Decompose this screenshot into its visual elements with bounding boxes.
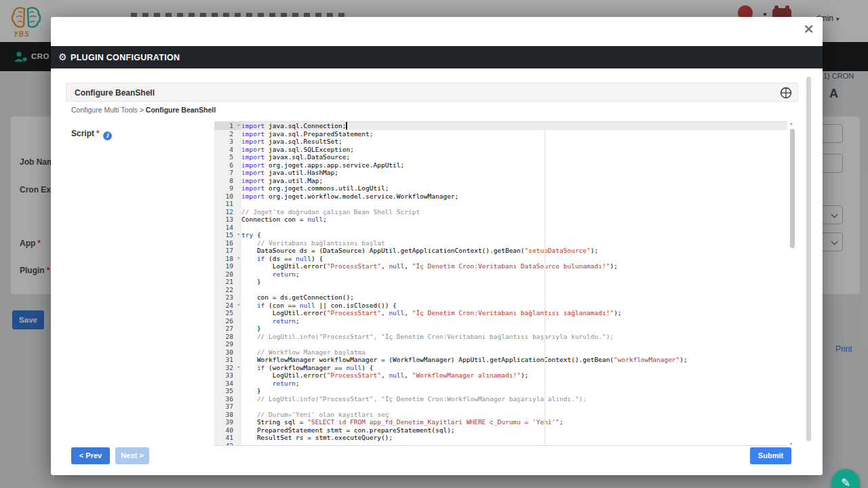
code-line: import java.sql.ResultSet;: [241, 138, 787, 146]
next-button[interactable]: Next >: [115, 447, 149, 464]
code-fold-icon[interactable]: ▾: [237, 302, 240, 310]
code-line: return;: [241, 270, 787, 279]
code-line: return;: [241, 317, 787, 325]
gutter-line-number[interactable]: 29: [214, 340, 241, 348]
script-field-label: Script*i: [71, 129, 112, 140]
gutter-line-number[interactable]: 7: [214, 169, 241, 177]
gutter-line-number[interactable]: 28: [214, 333, 241, 341]
code-line: LogUtil.error("ProcessStart", null, "Wor…: [241, 371, 787, 380]
close-icon[interactable]: ×: [803, 20, 814, 37]
globe-icon[interactable]: [780, 87, 792, 102]
gutter-line-number[interactable]: 16: [214, 239, 241, 247]
gutter-line-number[interactable]: 36: [214, 395, 241, 403]
gear-icon: ⚙: [58, 52, 67, 62]
code-line: [241, 200, 787, 208]
breadcrumb-separator: >: [138, 106, 146, 114]
info-icon[interactable]: i: [103, 131, 112, 140]
screen: YBS dmin▾ CRO Job NameCron ExpressionApp…: [0, 0, 868, 488]
code-line: PreparedStatement stmt = con.prepareStat…: [241, 426, 787, 434]
gutter-line-number[interactable]: 33: [214, 371, 241, 380]
prev-button[interactable]: < Prev: [71, 447, 110, 464]
gutter-line-number[interactable]: 32▾: [214, 364, 241, 372]
code-line: // LogUtil.info("ProcessStart", "İç Dene…: [241, 395, 787, 403]
gutter-line-number[interactable]: 21: [214, 278, 241, 286]
gutter-line-number[interactable]: 5: [214, 153, 241, 161]
code-line: import java.sql.SQLException;: [241, 146, 787, 154]
code-line: LogUtil.error("ProcessStart", null, "İç …: [241, 309, 787, 317]
section-header: Configure BeanShell: [66, 83, 798, 102]
code-line: ResultSet rs = stmt.executeQuery();: [241, 434, 787, 442]
gutter-line-number[interactable]: 2: [214, 130, 241, 138]
gutter-line-number[interactable]: 27: [214, 325, 241, 333]
code-line: }: [241, 325, 787, 333]
code-line: // LogUtil.info("ProcessStart", "İç Dene…: [241, 333, 787, 341]
code-line: [241, 403, 787, 411]
gutter-line-number[interactable]: 19: [214, 262, 241, 270]
gutter-line-number[interactable]: 18▾: [214, 255, 241, 263]
gutter-line-number[interactable]: 17: [214, 247, 241, 255]
gutter-line-number[interactable]: 31: [214, 356, 241, 364]
modal-scrollbar[interactable]: [806, 77, 811, 441]
code-line: import org.joget.workflow.model.service.…: [241, 192, 787, 201]
scroll-up-icon[interactable]: ▴: [790, 121, 793, 126]
code-line: return;: [241, 380, 787, 388]
gutter-line-number[interactable]: 25: [214, 309, 241, 317]
code-line: }: [241, 278, 787, 286]
gutter-line-number[interactable]: 23: [214, 293, 241, 302]
gutter-line-number[interactable]: 12: [214, 208, 241, 216]
gutter-line-number[interactable]: 10: [214, 192, 241, 201]
gutter-line-number[interactable]: 35: [214, 387, 241, 395]
code-line: con = ds.getConnection();: [241, 293, 787, 302]
code-line: [241, 340, 787, 348]
gutter-line-number[interactable]: 38: [214, 411, 241, 419]
editor-scrollbar[interactable]: ▴ ▾: [789, 121, 796, 447]
gutter-line-number[interactable]: 34: [214, 380, 241, 388]
code-line: // Joget'te doğrudan çalışan Bean Shell …: [241, 208, 787, 216]
code-line: // Veritabanı bağlantısını başlat: [241, 239, 787, 247]
gutter-line-number[interactable]: 14: [214, 224, 241, 232]
script-code-editor[interactable]: import java.sql.Connection;import java.s…: [214, 121, 787, 446]
code-fold-icon[interactable]: ▾: [237, 231, 240, 239]
breadcrumb-current: Configure BeanShell: [146, 106, 216, 114]
code-line: [241, 224, 787, 232]
code-line: if (con == null || con.isClosed()) {: [241, 302, 787, 310]
gutter-line-number[interactable]: 24▾: [214, 302, 241, 310]
gutter-line-number[interactable]: 8: [214, 177, 241, 185]
gutter-line-number[interactable]: 39: [214, 418, 241, 426]
gutter-line-number[interactable]: 20: [214, 270, 241, 279]
gutter-line-number[interactable]: 9: [214, 184, 241, 192]
gutter-line-number[interactable]: 13: [214, 216, 241, 224]
code-line: }: [241, 387, 787, 395]
gutter-line-number[interactable]: 11: [214, 200, 241, 208]
gutter-line-number[interactable]: 6: [214, 161, 241, 169]
code-line: String sql = "SELECT id FROM app_fd_Dene…: [241, 418, 787, 426]
scrollbar-thumb[interactable]: [790, 129, 795, 248]
gutter-line-number[interactable]: 15▾: [214, 231, 241, 239]
code-line: if (workflowManager == null) {: [241, 364, 787, 372]
gutter-line-number[interactable]: 1▾: [214, 122, 241, 130]
gutter-line-number[interactable]: 30: [214, 348, 241, 357]
code-line: import org.joget.apps.app.service.AppUti…: [241, 161, 787, 169]
gutter-line-number[interactable]: 41: [214, 434, 241, 442]
gutter-line-number[interactable]: 42: [214, 442, 241, 447]
submit-button[interactable]: Submit: [750, 447, 791, 464]
code-line: [241, 442, 787, 447]
code-fold-icon[interactable]: ▾: [237, 364, 240, 372]
gutter-line-number[interactable]: 40: [214, 426, 241, 434]
gutter-line-number[interactable]: 26: [214, 317, 241, 325]
code-fold-icon[interactable]: ▾: [237, 122, 240, 130]
print-margin-ruler: [545, 122, 545, 446]
gutter-line-number[interactable]: 4: [214, 146, 241, 154]
text-cursor: [346, 122, 347, 129]
gutter-line-number[interactable]: 22: [214, 286, 241, 294]
breadcrumb-parent[interactable]: Configure Multi Tools: [71, 106, 138, 114]
gutter-line-number[interactable]: 3: [214, 138, 241, 146]
gutter-line-number[interactable]: 37: [214, 403, 241, 411]
editor-gutter: 1▾23456789101112131415▾161718▾1920212223…: [214, 122, 241, 446]
code-line: import org.joget.commons.util.LogUtil;: [241, 184, 787, 192]
section-title: Configure BeanShell: [75, 88, 155, 98]
scroll-down-icon[interactable]: ▾: [790, 441, 793, 447]
code-line: import javax.sql.DataSource;: [241, 153, 787, 161]
code-fold-icon[interactable]: ▾: [237, 255, 240, 263]
code-line: // Durum='Yeni' olan kayıtları seç: [241, 411, 787, 419]
